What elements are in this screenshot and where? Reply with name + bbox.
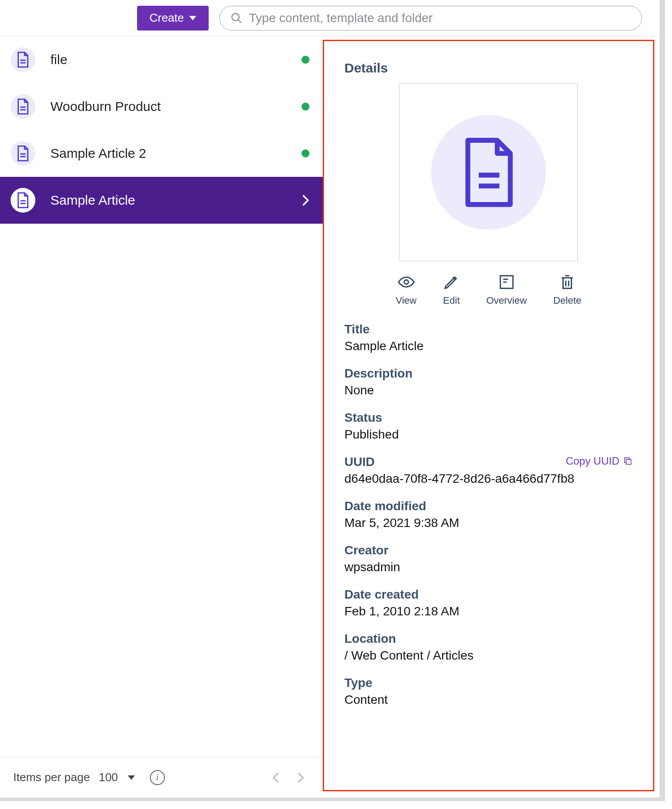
field-value: Published [344,427,633,442]
list-item[interactable]: Woodburn Product [0,83,323,130]
field-value: None [344,383,633,397]
list-item[interactable]: file [0,36,323,83]
list-item-selected[interactable]: Sample Article [0,177,323,224]
edit-button[interactable]: Edit [443,274,460,306]
items-per-page-value[interactable]: 100 [99,771,118,784]
field-label: Date modified [344,499,633,513]
document-icon-large [431,115,546,230]
field-value: wpsadmin [344,560,633,574]
trash-icon [559,274,576,290]
field-description: Description None [344,366,633,397]
view-button[interactable]: View [396,274,416,306]
action-label: Edit [443,295,460,306]
field-value: Sample Article [344,339,633,353]
copy-uuid-button[interactable]: Copy UUID [566,455,633,467]
create-button-label: Create [149,11,184,25]
field-title: Title Sample Article [344,322,633,353]
chevron-right-icon [302,194,309,206]
details-panel: Details View Edi [323,40,654,791]
page-prev-button[interactable] [267,769,285,786]
field-status: Status Published [344,411,633,442]
field-date-modified: Date modified Mar 5, 2021 9:38 AM [344,499,633,530]
document-icon [11,94,35,119]
content-list-column: file Woodburn Product Sample Article 2 [0,36,323,798]
list-item[interactable]: Sample Article 2 [0,130,323,177]
field-value: / Web Content / Articles [344,649,633,663]
svg-point-0 [232,13,239,20]
copy-icon [623,456,633,466]
document-icon [11,141,35,166]
status-dot-published [302,56,309,64]
status-dot-published [302,149,309,157]
page-next-button[interactable] [292,769,309,786]
field-value: Feb 1, 2010 2:18 AM [344,604,633,618]
list-item-label: Sample Article [50,193,286,208]
list-item-label: Woodburn Product [50,99,286,114]
eye-icon [398,274,415,290]
action-label: Overview [486,295,527,306]
list-item-label: Sample Article 2 [50,146,286,161]
svg-point-12 [404,280,409,284]
top-toolbar: Create [0,0,660,36]
field-value: Mar 5, 2021 9:38 AM [344,516,633,530]
action-row: View Edit Overview Delete [382,274,595,306]
field-date-created: Date created Feb 1, 2010 2:18 AM [344,588,633,618]
field-value: Content [344,693,633,707]
pencil-icon [443,274,460,290]
field-type: Type Content [344,676,633,707]
field-uuid: UUID Copy UUID d64e0daa-70f8-4772-8d26-a… [344,455,633,486]
search-icon [230,12,243,24]
copy-uuid-label: Copy UUID [566,455,619,467]
field-label: Date created [344,588,633,602]
svg-rect-18 [626,459,631,464]
field-creator: Creator wpsadmin [344,543,633,574]
field-label: Type [344,676,633,690]
field-value: d64e0daa-70f8-4772-8d26-a6a466d77fb8 [344,472,633,486]
items-per-page-label: Items per page [13,771,90,784]
search-field[interactable] [219,6,642,31]
pagination-bar: Items per page 100 i [0,757,323,798]
chevron-down-icon [189,16,196,20]
action-label: Delete [553,295,581,306]
document-icon [11,47,35,72]
field-label: Location [344,632,633,646]
search-input[interactable] [249,11,631,25]
field-label: UUID [344,455,374,469]
document-icon [11,188,35,213]
details-heading: Details [344,61,633,76]
svg-line-1 [238,19,241,23]
content-list: file Woodburn Product Sample Article 2 [0,36,323,757]
field-label: Description [344,366,633,381]
chevron-down-icon[interactable] [128,775,135,780]
overview-icon [498,274,515,290]
info-icon[interactable]: i [150,770,165,785]
delete-button[interactable]: Delete [553,274,581,306]
create-button[interactable]: Create [137,6,209,31]
preview-thumbnail [399,84,578,261]
overview-button[interactable]: Overview [486,274,527,306]
field-label: Creator [344,543,633,557]
field-label: Title [344,322,633,336]
field-location: Location / Web Content / Articles [344,632,633,663]
status-dot-published [302,103,309,111]
list-item-label: file [50,52,286,67]
action-label: View [396,295,416,306]
field-label: Status [344,411,633,425]
